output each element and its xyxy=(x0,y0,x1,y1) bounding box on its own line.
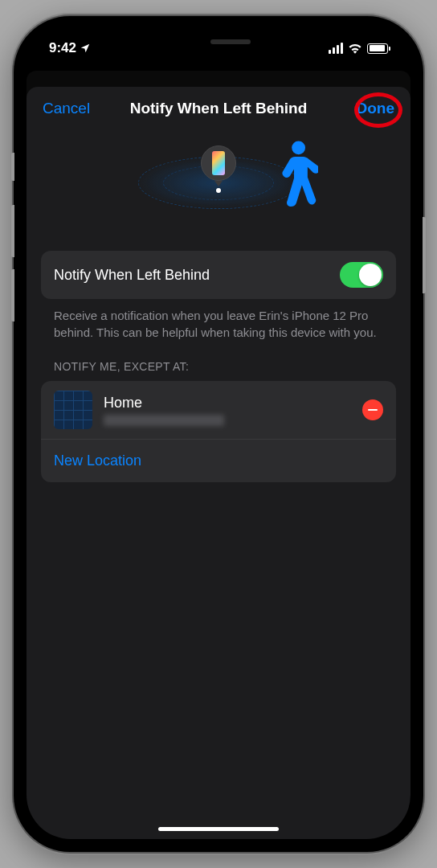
mute-switch xyxy=(11,153,14,181)
location-arrow-icon xyxy=(80,43,91,54)
battery-icon xyxy=(367,43,388,54)
location-row-home[interactable]: Home xyxy=(41,381,396,440)
svg-point-0 xyxy=(292,141,305,154)
notch xyxy=(130,29,307,55)
iphone-icon xyxy=(212,151,225,175)
device-pin xyxy=(201,145,236,193)
side-button xyxy=(423,217,426,293)
toggle-description: Receive a notification when you leave Er… xyxy=(41,299,396,360)
sheet-title: Notify When Left Behind xyxy=(130,100,308,117)
location-name: Home xyxy=(104,395,351,411)
notify-toggle[interactable] xyxy=(340,262,383,288)
walking-person-icon xyxy=(270,140,318,212)
volume-up-button xyxy=(11,205,14,257)
toggle-label: Notify When Left Behind xyxy=(54,267,210,284)
location-list: Home New Location xyxy=(41,381,396,482)
wifi-icon xyxy=(348,43,362,54)
notify-toggle-row: Notify When Left Behind xyxy=(41,251,396,299)
modal-sheet: Cancel Notify When Left Behind Done xyxy=(27,87,410,839)
volume-down-button xyxy=(11,269,14,321)
cancel-button[interactable]: Cancel xyxy=(43,100,90,117)
switch-knob xyxy=(359,264,382,286)
delete-location-button[interactable] xyxy=(362,399,383,420)
sheet-header: Cancel Notify When Left Behind Done xyxy=(27,87,410,130)
iphone-frame: 9:42 Cancel Notify When Left Behind Done xyxy=(14,16,423,852)
screen: 9:42 Cancel Notify When Left Behind Done xyxy=(27,29,410,839)
hero-illustration xyxy=(27,130,410,235)
location-address-redacted xyxy=(104,415,224,426)
except-at-header: NOTIFY ME, EXCEPT AT: xyxy=(41,360,396,381)
done-button[interactable]: Done xyxy=(357,100,395,117)
status-time: 9:42 xyxy=(49,40,76,56)
home-indicator[interactable] xyxy=(158,827,279,831)
map-thumbnail-icon xyxy=(54,391,92,429)
cellular-icon xyxy=(329,43,343,54)
new-location-button[interactable]: New Location xyxy=(41,440,396,482)
